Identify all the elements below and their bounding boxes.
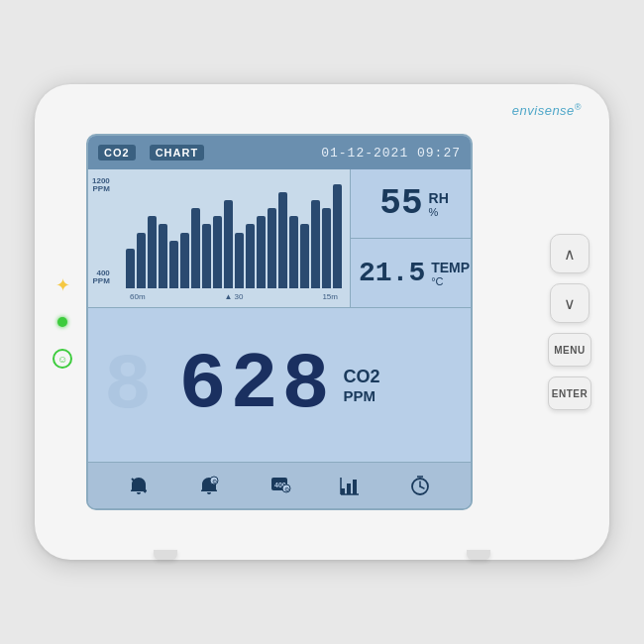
co2-watermark: 8	[104, 340, 152, 430]
bar	[278, 192, 287, 288]
brand-label: envisense®	[512, 102, 582, 118]
screen-footer: ⚙ 400 ⚙	[88, 463, 471, 508]
alarm-settings-icon[interactable]: ⚙	[198, 475, 220, 496]
temp-reading: 21.5 TEMP °C	[351, 239, 473, 307]
co2-badge: CO2	[98, 145, 136, 161]
bar	[202, 224, 211, 288]
x-label-60m: 60m	[130, 292, 146, 301]
down-button[interactable]: ∨	[550, 283, 590, 323]
bar	[235, 233, 244, 288]
smiley-icon: ☺	[53, 349, 72, 369]
datetime-display: 01-12-2021 09:27	[321, 146, 461, 161]
calibration-icon[interactable]: 400 ⚙	[268, 475, 291, 496]
right-readings: 55 RH % 21.5 TEMP °C	[351, 169, 473, 307]
menu-button[interactable]: MENU	[548, 333, 591, 367]
bar	[311, 200, 320, 288]
chart-x-labels: 60m ▲ 30 15m	[126, 292, 342, 301]
bar	[322, 208, 331, 288]
x-label-15m: 15m	[322, 292, 338, 301]
co2-display: 8 628 CO2 PPM	[88, 308, 471, 463]
up-button[interactable]: ∧	[550, 234, 590, 273]
chart-area: 1200 PPM 400 PPM 60m ▲ 30 15m	[88, 169, 351, 307]
device-feet	[154, 550, 490, 560]
bar	[148, 216, 157, 288]
lcd-screen: CO2 CHART 01-12-2021 09:27 1200 PPM 400 …	[86, 134, 473, 510]
left-indicators: ✦ ☺	[53, 275, 72, 369]
bar	[268, 208, 276, 288]
chart-icon[interactable]	[339, 475, 361, 496]
rh-unit: RH %	[429, 190, 449, 218]
screen-header: CO2 CHART 01-12-2021 09:27	[88, 136, 471, 169]
enter-button[interactable]: ENTER	[548, 376, 591, 410]
temp-unit-main: TEMP	[431, 260, 470, 275]
bar	[169, 241, 178, 288]
bar	[137, 233, 146, 288]
bar	[159, 224, 167, 288]
rh-unit-main: RH	[429, 190, 449, 206]
alarm-off-icon[interactable]	[128, 475, 150, 496]
temp-unit: TEMP °C	[431, 260, 470, 287]
chart-badge: CHART	[150, 145, 205, 161]
timer-icon[interactable]	[409, 475, 431, 496]
rh-value: 55	[379, 186, 422, 222]
y-label-top-unit: PPM	[92, 185, 109, 193]
screen-middle: 1200 PPM 400 PPM 60m ▲ 30 15m	[88, 169, 471, 308]
chart-y-labels: 1200 PPM 400 PPM	[92, 177, 110, 285]
bar	[257, 216, 266, 288]
sun-icon: ✦	[53, 275, 72, 295]
device-body: envisense® ✦ ☺ CO2 CHART 01-12-2021 09:2…	[35, 84, 609, 560]
bar-chart	[126, 175, 342, 290]
foot-left	[154, 550, 177, 560]
svg-line-14	[420, 486, 424, 488]
svg-rect-8	[347, 483, 351, 494]
temp-value: 21.5	[359, 260, 425, 287]
svg-text:⚙: ⚙	[283, 486, 288, 492]
bar	[224, 200, 233, 288]
svg-rect-9	[353, 480, 357, 494]
co2-value: 628	[178, 346, 333, 425]
x-label-30: ▲ 30	[224, 292, 243, 301]
y-label-bottom-unit: PPM	[92, 277, 109, 285]
co2-unit-labels: CO2 PPM	[344, 367, 380, 404]
bar	[246, 224, 255, 288]
rh-unit-sub: %	[429, 206, 439, 218]
bar	[180, 233, 189, 288]
svg-text:⚙: ⚙	[211, 479, 216, 484]
bar	[300, 224, 309, 288]
foot-right	[467, 550, 490, 560]
bar	[213, 216, 222, 288]
bar	[333, 184, 342, 288]
brand-name: envisense	[512, 103, 575, 118]
co2-label-main: CO2	[344, 367, 380, 387]
rh-reading: 55 RH %	[351, 169, 473, 239]
bar	[191, 208, 200, 288]
bar	[289, 216, 298, 288]
bar	[126, 249, 135, 288]
co2-label-ppm: PPM	[344, 387, 376, 404]
right-buttons: ∧ ∨ MENU ENTER	[548, 234, 591, 410]
temp-unit-sub: °C	[431, 275, 443, 287]
brand-trademark: ®	[575, 102, 582, 112]
status-led	[57, 317, 67, 327]
